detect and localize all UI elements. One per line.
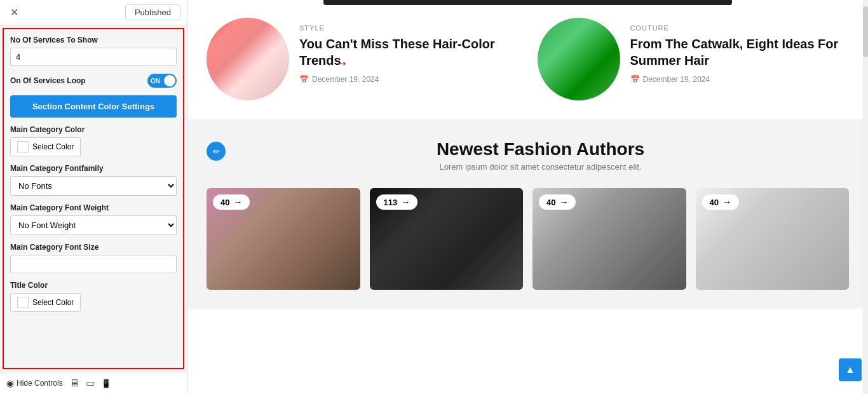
- authors-section: ✏ Newest Fashion Authors Lorem ipsum dol…: [187, 120, 868, 309]
- toggle-on-text: ON: [151, 78, 160, 85]
- author-count-1: 40: [220, 198, 229, 207]
- articles-grid: STYLE You Can't Miss These Hair-Color Tr…: [207, 18, 849, 100]
- article-date-1: 📅 December 19, 2024: [299, 75, 519, 84]
- articles-section: STYLE You Can't Miss These Hair-Color Tr…: [187, 5, 868, 120]
- author-arrow-btn-3[interactable]: →: [559, 197, 568, 207]
- authors-title-section: Newest Fashion Authors Lorem ipsum dolor…: [232, 139, 849, 184]
- hide-controls-button[interactable]: ◉ Hide Controls: [6, 378, 63, 388]
- authors-section-title: Newest Fashion Authors: [232, 139, 849, 160]
- main-category-fontweight-label: Main Category Font Weight: [10, 203, 177, 212]
- author-count-3: 40: [546, 198, 555, 207]
- toggle-knob: [164, 75, 175, 86]
- authors-header: ✏ Newest Fashion Authors Lorem ipsum dol…: [207, 139, 849, 184]
- services-loop-toggle[interactable]: ON: [147, 74, 177, 88]
- calendar-icon-2: 📅: [630, 75, 640, 84]
- panel-content: No Of Services To Show On Of Services Lo…: [3, 28, 184, 369]
- main-category-fontfamily-label: Main Category Fontfamily: [10, 164, 177, 173]
- pencil-icon: ✏: [213, 147, 220, 156]
- close-button[interactable]: ✕: [6, 5, 22, 20]
- fontfamily-select[interactable]: No Fonts: [10, 176, 177, 196]
- date-text-2: December 19, 2024: [643, 75, 710, 84]
- main-category-fontfamily-group: Main Category Fontfamily No Fonts: [10, 164, 177, 196]
- main-category-fontsize-group: Main Category Font Size: [10, 243, 177, 273]
- section-content-color-btn[interactable]: Section Content Color Settings: [10, 95, 177, 118]
- date-text-1: December 19, 2024: [312, 75, 379, 84]
- author-badge-3: 40 →: [539, 194, 576, 210]
- main-category-fontweight-group: Main Category Font Weight No Font Weight: [10, 203, 177, 235]
- article-card: STYLE You Can't Miss These Hair-Color Tr…: [207, 18, 519, 100]
- bottom-bar: ◉ Hide Controls 🖥 ▭ 📱: [0, 372, 187, 394]
- fontsize-input[interactable]: [10, 255, 177, 273]
- top-bar: ✕ Published: [0, 0, 187, 25]
- author-badge-1: 40 →: [213, 194, 250, 210]
- article-title-2[interactable]: From The Catwalk, Eight Ideas For Summer…: [630, 36, 850, 69]
- author-card-3: 40 →: [532, 188, 686, 290]
- select-color-label-1: Select Color: [32, 142, 74, 151]
- article-date-2: 📅 December 19, 2024: [630, 75, 850, 84]
- author-badge-4: 40 →: [702, 194, 739, 210]
- main-category-fontsize-label: Main Category Font Size: [10, 243, 177, 252]
- author-card-4: 40 →: [696, 188, 850, 290]
- main-category-color-group: Main Category Color Select Color: [10, 125, 177, 156]
- author-card-1: 40 →: [207, 188, 360, 290]
- main-content: → STYLE You Can't Miss These Hair-Color …: [187, 0, 868, 394]
- article-image-1: [207, 18, 289, 100]
- author-arrow-btn-1[interactable]: →: [233, 197, 242, 207]
- tablet-icon[interactable]: ▭: [86, 377, 95, 389]
- author-arrow-btn-4[interactable]: →: [722, 197, 731, 207]
- scrollbar-track: [863, 0, 868, 394]
- article-meta-2: COUTURE From The Catwalk, Eight Ideas Fo…: [630, 18, 850, 84]
- calendar-icon-1: 📅: [299, 75, 309, 84]
- services-loop-label: On Of Services Loop: [10, 76, 86, 85]
- article-card-2: COUTURE From The Catwalk, Eight Ideas Fo…: [538, 18, 850, 100]
- top-black-bar: [323, 0, 732, 5]
- edit-icon-circle[interactable]: ✏: [207, 142, 226, 161]
- no-of-services-input[interactable]: [10, 48, 177, 66]
- no-of-services-label: No Of Services To Show: [10, 36, 177, 44]
- authors-grid: 40 → 113 → 40 →: [207, 188, 849, 290]
- authors-section-subtitle: Lorem ipsum dolor sit amet consectetur a…: [232, 162, 849, 172]
- article-image-2: [538, 18, 620, 100]
- mobile-icon[interactable]: 📱: [101, 379, 111, 388]
- article-category-2: COUTURE: [630, 24, 850, 32]
- article-title-1[interactable]: You Can't Miss These Hair-Color Trends: [299, 36, 519, 69]
- title-color-group: Title Color Select Color: [10, 281, 177, 312]
- fontweight-select[interactable]: No Font Weight: [10, 215, 177, 235]
- left-panel: ✕ Published No Of Services To Show On Of…: [0, 0, 187, 394]
- published-button[interactable]: Published: [125, 4, 180, 20]
- main-category-color-label: Main Category Color: [10, 125, 177, 134]
- author-card-2: 113 →: [370, 188, 524, 290]
- no-of-services-group: No Of Services To Show: [10, 36, 177, 66]
- author-count-4: 40: [710, 198, 719, 207]
- title-color-label: Title Color: [10, 281, 177, 290]
- color-swatch-1: [17, 141, 29, 153]
- title-color-btn[interactable]: Select Color: [10, 293, 81, 312]
- author-badge-2: 113 →: [376, 194, 418, 210]
- color-swatch-2: [17, 297, 29, 308]
- desktop-icon[interactable]: 🖥: [69, 377, 79, 389]
- main-category-color-btn[interactable]: Select Color: [10, 137, 81, 156]
- article-meta-1: STYLE You Can't Miss These Hair-Color Tr…: [299, 18, 519, 84]
- article-category-1: STYLE: [299, 24, 519, 32]
- scroll-up-button[interactable]: ▲: [839, 358, 862, 381]
- author-count-2: 113: [384, 198, 398, 207]
- author-arrow-btn-2[interactable]: →: [401, 197, 410, 207]
- scrollbar-thumb[interactable]: [863, 6, 868, 57]
- hide-controls-label: Hide Controls: [17, 379, 63, 388]
- select-color-label-2: Select Color: [32, 298, 74, 307]
- circle-icon: ◉: [6, 378, 14, 388]
- services-loop-row: On Of Services Loop ON: [10, 74, 177, 88]
